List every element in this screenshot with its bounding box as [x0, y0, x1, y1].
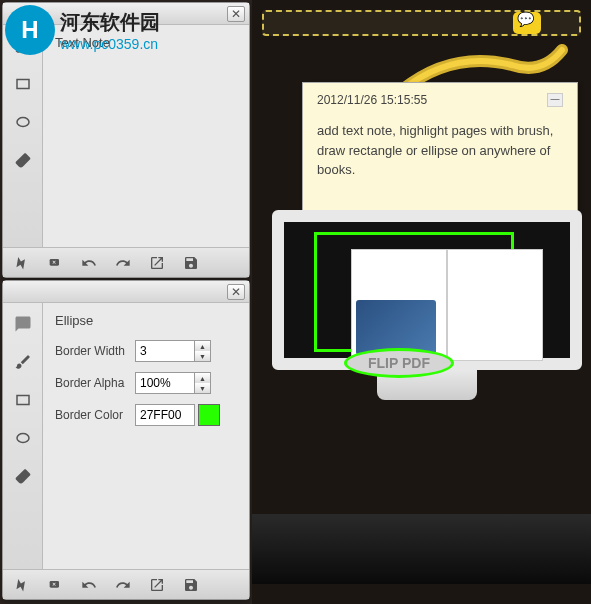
delete-icon[interactable]: ✕	[45, 575, 65, 595]
ellipse-tool-icon[interactable]	[8, 107, 38, 137]
border-width-input[interactable]	[135, 340, 195, 362]
rectangle-tool-icon[interactable]	[8, 69, 38, 99]
eraser-tool-icon[interactable]	[8, 461, 38, 491]
close-button[interactable]: ✕	[227, 6, 245, 22]
spinner-down-icon[interactable]: ▼	[195, 351, 210, 361]
delete-icon[interactable]: ✕	[45, 253, 65, 273]
book-right-page	[447, 249, 543, 361]
watermark-title: 河东软件园	[60, 9, 160, 36]
bottom-bar	[252, 514, 591, 584]
rectangle-tool-icon[interactable]	[8, 385, 38, 415]
monitor-preview: FLIP PDF	[272, 210, 582, 420]
border-width-label: Border Width	[55, 344, 135, 358]
pointer-icon[interactable]	[11, 253, 31, 273]
sticky-timestamp: 2012/11/26 15:15:55	[317, 93, 427, 107]
green-highlight-rect	[314, 232, 514, 352]
ellipse-tool-icon[interactable]	[8, 423, 38, 453]
watermark-logo: H	[5, 5, 55, 55]
spinner-up-icon[interactable]: ▲	[195, 341, 210, 351]
import-icon[interactable]	[147, 575, 167, 595]
panel-title: Ellipse	[55, 313, 237, 328]
flip-pdf-ellipse: FLIP PDF	[344, 348, 454, 378]
tool-strip	[3, 25, 43, 247]
border-width-spinner[interactable]: ▲▼	[195, 340, 211, 362]
undo-icon[interactable]	[79, 575, 99, 595]
svg-rect-0	[17, 80, 29, 89]
sticky-body: add text note, highlight pages with brus…	[317, 121, 563, 180]
eraser-tool-icon[interactable]	[8, 145, 38, 175]
svg-point-5	[17, 434, 29, 443]
border-alpha-spinner[interactable]: ▲▼	[195, 372, 211, 394]
redo-icon[interactable]	[113, 575, 133, 595]
redo-icon[interactable]	[113, 253, 133, 273]
book-left-page	[351, 249, 447, 361]
note-tool-icon[interactable]	[8, 309, 38, 339]
color-swatch[interactable]	[198, 404, 220, 426]
preview-area: 2012/11/26 15:15:55 — add text note, hig…	[252, 0, 591, 604]
svg-point-1	[17, 118, 29, 127]
border-color-input[interactable]	[135, 404, 195, 426]
content-area: Text Note	[43, 25, 249, 247]
panel-footer: ✕	[3, 247, 249, 277]
speech-bubble-icon[interactable]	[513, 12, 541, 34]
ellipse-panel: ✕ Ellipse Border Width ▲▼ Border Alpha ▲…	[2, 280, 250, 600]
border-alpha-input[interactable]	[135, 372, 195, 394]
book-spread	[351, 249, 543, 361]
tool-strip	[3, 303, 43, 569]
svg-text:✕: ✕	[52, 259, 56, 265]
save-icon[interactable]	[181, 575, 201, 595]
save-icon[interactable]	[181, 253, 201, 273]
spinner-down-icon[interactable]: ▼	[195, 383, 210, 393]
watermark: H 河东软件园 www.pc0359.cn	[5, 5, 160, 55]
panel-footer: ✕	[3, 569, 249, 599]
border-color-label: Border Color	[55, 408, 135, 422]
border-alpha-label: Border Alpha	[55, 376, 135, 390]
spinner-up-icon[interactable]: ▲	[195, 373, 210, 383]
close-button[interactable]: ✕	[227, 284, 245, 300]
sticky-close-icon[interactable]: —	[547, 93, 563, 107]
panel-header: ✕	[3, 281, 249, 303]
plane-image	[356, 300, 436, 355]
monitor-screen: FLIP PDF	[272, 210, 582, 370]
content-area: Ellipse Border Width ▲▼ Border Alpha ▲▼ …	[43, 303, 249, 569]
undo-icon[interactable]	[79, 253, 99, 273]
import-icon[interactable]	[147, 253, 167, 273]
watermark-url: www.pc0359.cn	[60, 36, 160, 52]
svg-rect-4	[17, 396, 29, 405]
pointer-icon[interactable]	[11, 575, 31, 595]
brush-tool-icon[interactable]	[8, 347, 38, 377]
svg-text:✕: ✕	[52, 581, 56, 587]
